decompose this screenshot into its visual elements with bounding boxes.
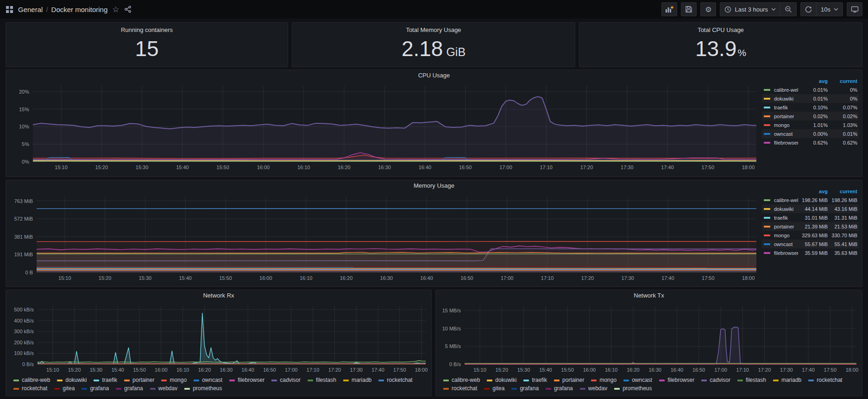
breadcrumb-page[interactable]: Docker monitoring (51, 6, 108, 13)
cpu-usage-chart[interactable]: 15:1015:2015:3015:4015:5016:0016:1016:20… (7, 80, 761, 176)
legend-item[interactable]: filestash (308, 377, 336, 384)
series-name: owncast (774, 131, 798, 137)
legend-row[interactable]: mongo329.63 MiB330.70 MiB (762, 231, 859, 240)
series-avg: 329.63 MiB (798, 233, 828, 238)
legend-item[interactable]: filebrowser (229, 377, 264, 384)
svg-text:17:20: 17:20 (328, 367, 341, 373)
save-icon[interactable] (681, 2, 697, 16)
svg-text:15:20: 15:20 (496, 367, 509, 373)
network-rx-panel: Network Rx 15:1015:2015:3015:4015:5016:0… (6, 290, 432, 396)
breadcrumb: General / Docker monitoring (18, 6, 107, 13)
legend-item[interactable]: owncast (623, 377, 652, 384)
breadcrumb-section[interactable]: General (18, 6, 43, 13)
panel-title[interactable]: Network Tx (436, 290, 862, 300)
kiosk-mode-button[interactable] (847, 2, 862, 16)
legend-item[interactable]: rocketchat (808, 377, 842, 384)
series-current: 21.53 MiB (828, 224, 857, 229)
legend-item[interactable]: owncast (194, 377, 222, 384)
legend-item[interactable]: portainer (554, 377, 584, 384)
legend-item[interactable]: mariadb (343, 377, 371, 384)
svg-text:17:50: 17:50 (702, 165, 715, 170)
legend-item[interactable]: mongo (161, 377, 187, 384)
legend-row[interactable]: portainer21.39 MiB21.53 MiB (762, 222, 859, 231)
legend-row[interactable]: filebrowser35.59 MiB35.63 MiB (762, 248, 859, 257)
apps-grid-icon[interactable] (6, 6, 13, 13)
legend-item[interactable]: grafana (511, 385, 539, 392)
svg-text:17:10: 17:10 (736, 367, 749, 373)
network-tx-chart[interactable]: 15:1015:2015:3015:4015:5016:0016:1016:20… (437, 300, 861, 375)
legend-item[interactable]: prometheus (614, 385, 652, 392)
stat-panel-total-cpu: Total CPU Usage 13.9% (579, 22, 862, 67)
svg-text:191 MiB: 191 MiB (14, 252, 33, 257)
panel-title[interactable]: Memory Usage (6, 180, 862, 190)
svg-text:572 MiB: 572 MiB (14, 216, 33, 222)
stat-title[interactable]: Total Memory Usage (406, 26, 461, 33)
legend-item[interactable]: webdav (580, 385, 607, 392)
legend-item[interactable]: grafana (82, 385, 109, 392)
legend-item[interactable]: prometheus (184, 385, 222, 392)
series-current: 0.07% (828, 105, 857, 110)
stat-title[interactable]: Total CPU Usage (698, 26, 744, 33)
legend-row[interactable]: owncast0.00%0.01% (762, 129, 859, 138)
legend-item[interactable]: dokuwiki (487, 377, 516, 384)
star-icon[interactable]: ☆ (112, 6, 119, 13)
add-panel-button[interactable] (661, 2, 677, 16)
svg-text:17:30: 17:30 (621, 275, 634, 281)
memory-usage-chart[interactable]: 15:1015:2015:3015:4015:5016:0016:1016:20… (7, 190, 761, 285)
legend-row[interactable]: calibre-web0.01%0% (762, 85, 859, 94)
legend-item[interactable]: cadvisor (701, 377, 730, 384)
panel-title[interactable]: CPU Usage (6, 70, 862, 80)
share-icon[interactable] (124, 6, 132, 13)
stat-panel-total-memory: Total Memory Usage 2.18GiB (292, 22, 575, 67)
refresh-button[interactable] (801, 3, 816, 16)
refresh-interval-button[interactable]: 10s (816, 3, 843, 16)
legend-row[interactable]: calibre-web198.26 MiB198.26 MiB (762, 196, 859, 204)
svg-text:15:10: 15:10 (46, 367, 59, 373)
panel-title[interactable]: Network Rx (6, 290, 431, 300)
legend-item[interactable]: gitea (484, 385, 504, 392)
legend-item[interactable]: dokuwiki (57, 377, 87, 384)
time-range-button[interactable]: Last 3 hours (720, 3, 780, 16)
legend-row[interactable]: portainer0.02%0.02% (762, 112, 859, 120)
legend-item[interactable]: grafana (116, 385, 143, 392)
legend-item[interactable]: traefik (94, 377, 117, 384)
legend-item[interactable]: rocketchat (443, 385, 477, 392)
legend-item[interactable]: filestash (737, 377, 766, 384)
legend-row[interactable]: dokuwiki44.14 MiB43.16 MiB (762, 204, 859, 213)
legend-item[interactable]: rocketchat (13, 385, 47, 392)
legend-item[interactable]: calibre-web (443, 377, 480, 384)
legend-item[interactable]: mongo (591, 377, 616, 384)
svg-text:18:00: 18:00 (742, 165, 755, 170)
legend-row[interactable]: filebrowser0.62%0.62% (762, 138, 859, 147)
svg-text:17:00: 17:00 (501, 275, 514, 281)
legend-item[interactable]: filebrowser (659, 377, 694, 384)
legend-item[interactable]: portainer (124, 377, 154, 384)
stat-title[interactable]: Running containers (121, 26, 173, 33)
monitor-icon (851, 6, 859, 13)
series-name: dokuwiki (65, 377, 87, 384)
settings-icon[interactable]: ⚙ (700, 2, 716, 16)
legend-row[interactable]: traefik31.01 MiB31.31 MiB (762, 213, 859, 222)
series-name: traefik (102, 377, 117, 384)
legend-item[interactable]: mariadb (773, 377, 801, 384)
svg-text:17:10: 17:10 (540, 165, 553, 170)
svg-text:15:10: 15:10 (55, 165, 68, 170)
svg-text:200 kB/s: 200 kB/s (14, 340, 34, 345)
series-current: 0% (828, 96, 857, 101)
legend-item[interactable]: traefik (523, 377, 547, 384)
nav-right: ⚙ Last 3 hours 10s (661, 2, 862, 16)
svg-text:5 MB/s: 5 MB/s (445, 343, 461, 349)
svg-text:17:00: 17:00 (714, 367, 727, 373)
legend-row[interactable]: owncast55.67 MiB55.41 MiB (762, 240, 859, 248)
legend-item[interactable]: gitea (54, 385, 75, 392)
legend-item[interactable]: rocketchat (378, 377, 412, 384)
legend-item[interactable]: grafana (546, 385, 573, 392)
zoom-out-button[interactable] (780, 3, 796, 16)
legend-row[interactable]: traefik0.10%0.07% (762, 103, 859, 112)
legend-item[interactable]: calibre-web (13, 377, 50, 384)
legend-row[interactable]: mongo1.01%1.03% (762, 120, 859, 129)
legend-item[interactable]: cadvisor (271, 377, 301, 384)
legend-item[interactable]: webdav (150, 385, 177, 392)
legend-row[interactable]: dokuwiki0.01%0% (762, 94, 859, 103)
network-rx-chart[interactable]: 15:1015:2015:3015:4015:5016:0016:1016:20… (7, 300, 430, 375)
